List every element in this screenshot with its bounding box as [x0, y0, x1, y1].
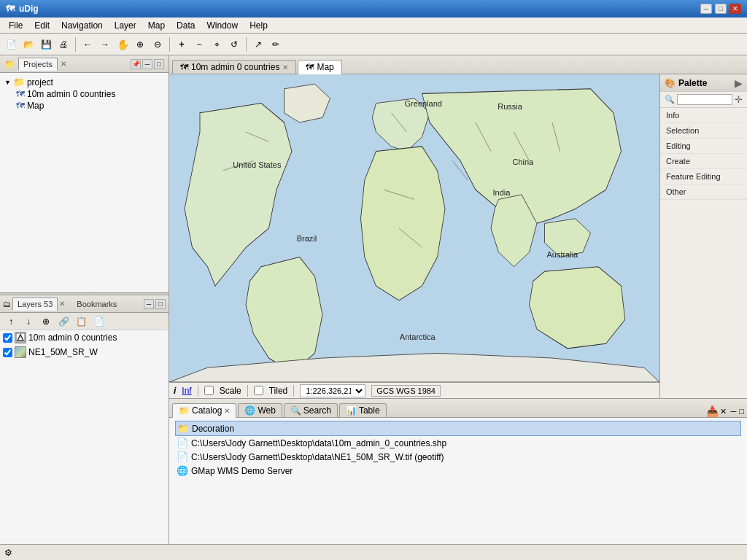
main-area: 📁 Projects ✕ 📌 ─ □ ▼ 📁 project 🗺 10m adm… — [0, 55, 747, 544]
edit-tool-button[interactable]: ✏ — [268, 36, 284, 52]
zoom-back-button[interactable]: ↺ — [226, 36, 242, 52]
projects-tab[interactable]: Projects — [18, 58, 58, 71]
layers-minimize-button[interactable]: ─ — [144, 299, 154, 309]
catalog-tab-close[interactable]: ✕ — [224, 407, 230, 415]
menu-window[interactable]: Window — [201, 19, 244, 32]
catalog-tab-table[interactable]: 📊 Table — [339, 403, 387, 417]
project-label: project — [27, 77, 53, 88]
catalog-item-2-label: C:\Users\Jody Garnett\Desktop\data\NE1_5… — [191, 452, 444, 462]
layer-add-button[interactable]: ⊕ — [38, 314, 54, 330]
catalog-item-3[interactable]: 🌐 GMap WMS Demo Server — [175, 464, 741, 478]
forward-button[interactable]: → — [97, 36, 113, 52]
palette-item-editing[interactable]: Editing — [660, 139, 747, 154]
catalog-maximize-button[interactable]: □ — [739, 407, 744, 416]
palette-item-info[interactable]: Info — [660, 108, 747, 123]
projects-minimize-button[interactable]: ─ — [142, 59, 152, 69]
search-tab-label: Search — [303, 405, 331, 416]
map-tab-0[interactable]: 🗺 10m admin 0 countries ✕ — [172, 60, 296, 74]
zoom-in-button[interactable]: + — [174, 36, 190, 52]
tiled-checkbox[interactable] — [254, 386, 263, 395]
layer-delete-button[interactable]: 📄 — [90, 314, 107, 330]
catalog-close-button[interactable]: ✕ — [720, 407, 727, 416]
palette-item-create[interactable]: Create — [660, 154, 747, 169]
layer-link-button[interactable]: 🔗 — [55, 314, 71, 330]
catalog-item-3-label: GMap WMS Demo Server — [191, 466, 293, 476]
zoom-extent-button[interactable]: ⌖ — [209, 36, 225, 52]
menu-layer[interactable]: Layer — [109, 19, 142, 32]
projects-pin-button[interactable]: 📌 — [131, 59, 141, 69]
map-viewport[interactable]: Greenland Russia United States China Ind… — [169, 74, 659, 382]
catalog-tab-web[interactable]: 🌐 Web — [238, 403, 282, 417]
print-button[interactable]: 🖨 — [55, 36, 71, 52]
zoom-out-sel-button[interactable]: ⊖ — [150, 36, 166, 52]
status-sep-3 — [293, 385, 294, 397]
project-root[interactable]: ▼ 📁 project — [3, 76, 166, 88]
maximize-button[interactable]: □ — [715, 4, 727, 14]
layer-down-button[interactable]: ↓ — [20, 314, 36, 330]
palette-item-selection[interactable]: Selection — [660, 123, 747, 139]
layers-panel-controls: ─ □ — [144, 299, 166, 309]
menu-edit[interactable]: Edit — [28, 19, 55, 32]
palette-item-other[interactable]: Other — [660, 184, 747, 200]
catalog-item-2[interactable]: 📄 C:\Users\Jody Garnett\Desktop\data\NE1… — [175, 450, 741, 464]
catalog-tab-catalog[interactable]: 📁 Catalog ✕ — [172, 403, 236, 418]
projects-panel-controls: 📌 ─ □ — [131, 59, 164, 69]
catalog-tab-search[interactable]: 🔍 Search — [284, 403, 338, 417]
toolbar: 📄 📂 💾 🖨 ← → ✋ ⊕ ⊖ + − ⌖ ↺ ↗ ✏ — [0, 34, 747, 55]
layers-maximize-button[interactable]: □ — [155, 299, 166, 309]
minimize-button[interactable]: ─ — [700, 4, 712, 14]
open-button[interactable]: 📂 — [20, 36, 36, 52]
app-statusbar: ⚙ — [0, 544, 747, 560]
catalog-import-button[interactable]: 📥 — [706, 405, 719, 417]
new-button[interactable]: 📄 — [3, 36, 19, 52]
layer-1-checkbox[interactable] — [3, 348, 12, 357]
zoom-out-button[interactable]: − — [191, 36, 207, 52]
inf-label[interactable]: Inf — [182, 386, 191, 396]
info-icon: i — [174, 386, 176, 396]
palette-item-feature-editing[interactable]: Feature Editing — [660, 169, 747, 184]
map-statusbar: i Inf Scale Tiled 1:226,326,214 GCS WGS … — [169, 382, 659, 398]
map-container: Greenland Russia United States China Ind… — [169, 74, 659, 398]
crs-button[interactable]: GCS WGS 1984 — [371, 385, 441, 397]
map-tab-1[interactable]: 🗺 Map — [298, 60, 341, 74]
scale-dropdown[interactable]: 1:226,326,214 — [300, 384, 365, 397]
pan-button[interactable]: ✋ — [115, 36, 131, 52]
projects-tab-close[interactable]: ✕ — [61, 60, 66, 68]
layer-copy-button[interactable]: 📋 — [73, 314, 89, 330]
layer-item-1[interactable]: NE1_50M_SR_W — [0, 345, 169, 359]
project-expand-icon: ▼ — [4, 79, 11, 86]
save-button[interactable]: 💾 — [38, 36, 54, 52]
layer-0-checkbox[interactable] — [3, 333, 12, 343]
layers-tab[interactable]: Layers 53 — [12, 298, 58, 311]
layer-item-0[interactable]: 10m admin 0 countries — [0, 330, 169, 345]
map-tabs-bar: 🗺 10m admin 0 countries ✕ 🗺 Map — [169, 55, 747, 74]
project-layer-item[interactable]: 🗺 10m admin 0 countries — [15, 88, 166, 100]
project-map-item[interactable]: 🗺 Map — [15, 100, 166, 112]
zoom-in-sel-button[interactable]: ⊕ — [132, 36, 148, 52]
layer-up-button[interactable]: ↑ — [3, 314, 19, 330]
layers-tab-close[interactable]: ✕ — [59, 300, 65, 308]
catalog-item-0-label: Decoration — [192, 424, 234, 434]
menu-help[interactable]: Help — [244, 19, 274, 32]
catalog-minimize-button[interactable]: ─ — [731, 407, 737, 416]
catalog-content: 📁 Decoration 📄 C:\Users\Jody Garnett\Des… — [169, 418, 747, 544]
palette-icon: 🎨 — [665, 78, 676, 88]
catalog-item-1[interactable]: 📄 C:\Users\Jody Garnett\Desktop\data\10m… — [175, 436, 741, 450]
palette-search-input[interactable] — [677, 94, 732, 105]
menu-map[interactable]: Map — [142, 19, 171, 32]
arrow-button[interactable]: ↗ — [250, 36, 266, 52]
projects-maximize-button[interactable]: □ — [154, 59, 164, 69]
back-button[interactable]: ← — [80, 36, 96, 52]
layer-1-label: NE1_50M_SR_W — [28, 347, 98, 357]
map-tab-0-close[interactable]: ✕ — [282, 63, 288, 71]
bookmarks-tab[interactable]: Bookmarks — [72, 298, 121, 310]
catalog-item-0[interactable]: 📁 Decoration — [175, 421, 741, 436]
palette-expand-button[interactable]: ▶ — [735, 77, 743, 89]
menu-data[interactable]: Data — [171, 19, 201, 32]
scale-checkbox[interactable] — [204, 386, 214, 395]
table-tab-icon: 📊 — [346, 405, 357, 416]
menu-file[interactable]: File — [3, 19, 28, 32]
close-button[interactable]: ✕ — [729, 4, 741, 14]
catalog-item-1-label: C:\Users\Jody Garnett\Desktop\data\10m_a… — [191, 438, 446, 448]
menu-navigation[interactable]: Navigation — [55, 19, 109, 32]
